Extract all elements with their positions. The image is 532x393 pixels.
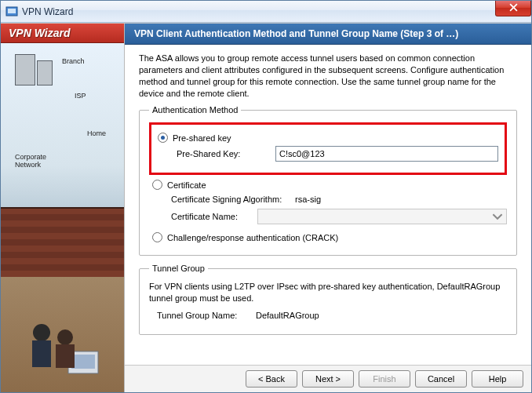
psk-input[interactable] [275,146,498,162]
svg-point-6 [57,329,73,345]
radio-cert-row[interactable]: Certificate [152,180,507,190]
back-button[interactable]: < Back [246,370,297,388]
psk-highlight: Pre-shared key Pre-Shared Key: [149,122,507,175]
next-button[interactable]: Next > [302,370,354,388]
psk-field-row: Pre-Shared Key: [177,146,498,162]
sidebar-label-isp: ISP [75,92,86,100]
app-icon [5,5,18,18]
psk-label: Pre-Shared Key: [177,149,269,158]
svg-point-4 [33,324,50,341]
auth-method-group: Authentication Method Pre-shared key Pre… [139,105,517,256]
sidebar: VPN Wizard Branch ISP Home Corporate Net… [1,24,125,392]
tunnel-group: Tunnel Group For VPN clients using L2TP … [139,264,517,335]
cancel-button[interactable]: Cancel [415,370,467,388]
sidebar-label-branch: Branch [62,57,85,65]
window-title: VPN Wizard [22,6,73,17]
chevron-down-icon [492,211,503,222]
close-button[interactable] [495,1,531,16]
titlebar: VPN Wizard [1,1,531,23]
tunnel-name-value: DefaultRAGroup [256,311,319,320]
help-button[interactable]: Help [472,370,523,388]
cert-name-dropdown[interactable] [257,209,507,224]
main-panel: VPN Client Authentication Method and Tun… [125,24,531,392]
auth-method-legend: Authentication Method [149,105,241,115]
radio-crack-label: Challenge/response authentication (CRACK… [167,233,338,242]
people-illustration [20,303,106,389]
vpn-wizard-window: VPN Wizard VPN Wizard Branch ISP Home Co… [0,0,532,393]
tunnel-legend: Tunnel Group [149,264,208,273]
tunnel-name-label: Tunnel Group Name: [157,311,250,320]
close-icon [509,3,518,13]
sidebar-label-home: Home [87,129,106,137]
svg-rect-5 [32,340,51,367]
finish-button: Finish [359,370,410,388]
cert-algo-row: Certificate Signing Algorithm: rsa-sig [171,195,507,204]
sidebar-header: VPN Wizard [1,24,124,43]
radio-psk-row[interactable]: Pre-shared key [158,133,498,143]
footer: < Back Next > Finish Cancel Help [125,365,531,392]
tunnel-name-row: Tunnel Group Name: DefaultRAGroup [157,311,507,320]
cert-name-row: Certificate Name: [171,209,507,224]
svg-rect-7 [56,344,75,368]
radio-cert[interactable] [152,180,162,190]
body: VPN Wizard Branch ISP Home Corporate Net… [1,23,531,392]
cert-name-label: Certificate Name: [171,212,251,221]
sidebar-illustration: Branch ISP Home Corporate Network [1,43,124,392]
svg-rect-3 [71,355,95,369]
cert-algo-value: rsa-sig [295,195,321,204]
radio-crack-row[interactable]: Challenge/response authentication (CRACK… [152,232,507,242]
content: The ASA allows you to group remote acces… [125,45,531,365]
cert-algo-label: Certificate Signing Algorithm: [171,195,289,204]
radio-psk-label: Pre-shared key [173,133,231,143]
svg-rect-1 [8,9,16,13]
intro-text: The ASA allows you to group remote acces… [139,53,517,99]
radio-psk[interactable] [158,133,168,143]
step-title: VPN Client Authentication Method and Tun… [125,24,531,45]
sidebar-label-corp: Corporate Network [15,153,46,169]
radio-cert-label: Certificate [167,180,206,190]
radio-crack[interactable] [152,232,162,242]
tunnel-note: For VPN clients using L2TP over IPsec wi… [149,281,507,304]
